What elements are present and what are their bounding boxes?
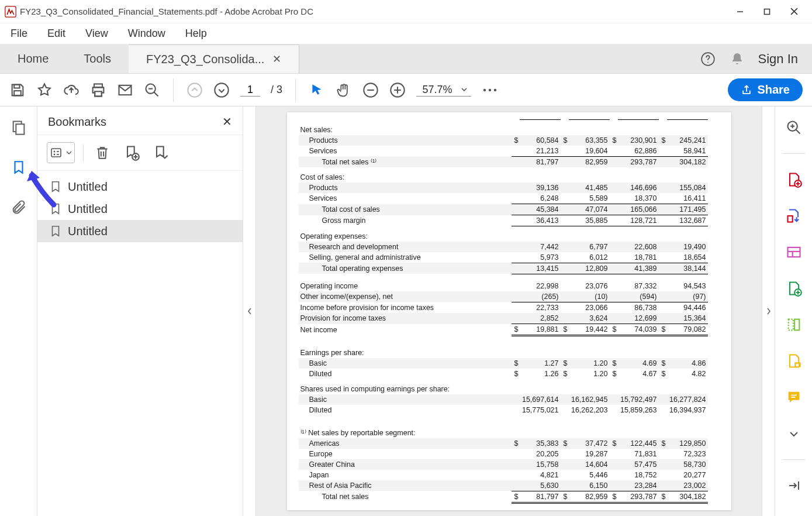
collapse-right-handle[interactable] — [762, 106, 775, 516]
svg-point-23 — [489, 88, 491, 91]
cell-value: 5,973 — [520, 252, 561, 263]
bell-icon[interactable] — [729, 51, 745, 67]
export-pdf-icon[interactable] — [783, 205, 804, 226]
menu-view[interactable]: View — [81, 25, 113, 42]
cell-value: 6,150 — [569, 480, 610, 491]
cell-value — [569, 343, 610, 358]
thumbnails-icon[interactable] — [8, 117, 29, 138]
menu-help[interactable]: Help — [181, 25, 212, 42]
cell-value — [667, 422, 708, 438]
document-viewport[interactable]: Net sales:Products$60,584$63,355$230,901… — [256, 106, 762, 516]
cell-value: 128,721 — [618, 215, 659, 226]
tab-home[interactable]: Home — [0, 44, 66, 73]
cell-value: 1.20 — [569, 358, 610, 369]
cell-value: 165,066 — [618, 204, 659, 215]
svg-point-22 — [483, 88, 486, 91]
sticky-note-icon[interactable] — [783, 387, 804, 408]
search-right-icon[interactable] — [783, 117, 804, 138]
select-tool-icon[interactable] — [309, 82, 325, 98]
bookmark-item[interactable]: Untitled — [37, 220, 243, 242]
cell-value: 79,082 — [667, 324, 708, 336]
more-icon[interactable] — [482, 82, 498, 98]
attachments-icon[interactable] — [8, 197, 29, 218]
share-button[interactable]: Share — [728, 78, 803, 101]
cell-value: 132,687 — [667, 215, 708, 226]
expand-rail-icon[interactable] — [783, 475, 804, 496]
panel-close-icon[interactable]: ✕ — [222, 115, 232, 129]
bookmark-options-icon[interactable] — [47, 142, 75, 163]
page-up-icon[interactable] — [186, 82, 203, 98]
more-tools-icon[interactable] — [783, 423, 804, 444]
svg-rect-47 — [788, 319, 793, 331]
close-button[interactable] — [780, 3, 807, 20]
cell-value: 15,792,497 — [618, 394, 659, 405]
cell-value — [667, 343, 708, 358]
cloud-upload-icon[interactable] — [63, 82, 80, 98]
star-icon[interactable] — [36, 82, 53, 98]
row-label: Earnings per share: — [299, 343, 512, 358]
cell-value — [667, 120, 708, 135]
cell-value: 15,697,614 — [520, 394, 561, 405]
right-tools-rail — [775, 106, 812, 516]
collapse-left-handle[interactable] — [243, 106, 256, 516]
edit-pdf-icon[interactable] — [783, 242, 804, 263]
svg-rect-26 — [16, 124, 24, 135]
cell-value: 7,442 — [520, 242, 561, 252]
hand-tool-icon[interactable] — [336, 82, 352, 98]
fill-sign-icon[interactable] — [783, 350, 804, 371]
email-icon[interactable] — [117, 82, 133, 98]
bookmarks-panel: Bookmarks ✕ UntitledUntitledUntitled — [37, 106, 243, 516]
svg-line-36 — [796, 130, 800, 134]
cell-value: (265) — [520, 291, 561, 302]
cell-value: 230,901 — [618, 135, 659, 146]
bookmark-item[interactable]: Untitled — [37, 198, 243, 220]
sign-in-button[interactable]: Sign In — [758, 51, 799, 67]
cell-value: 94,543 — [667, 281, 708, 291]
row-label: Basic — [299, 358, 512, 369]
cell-value: 19,881 — [520, 324, 561, 336]
expand-bookmark-icon[interactable] — [150, 142, 171, 163]
add-bookmark-icon[interactable] — [121, 142, 142, 163]
cell-value — [520, 422, 561, 438]
page-down-icon[interactable] — [213, 82, 230, 98]
row-label: Services — [299, 146, 512, 157]
minimize-button[interactable] — [727, 3, 754, 20]
page-number-input[interactable] — [240, 84, 260, 97]
cell-value: 21,213 — [520, 146, 561, 157]
help-icon[interactable] — [700, 51, 716, 67]
menu-window[interactable]: Window — [123, 25, 170, 42]
print-icon[interactable] — [90, 82, 106, 98]
cell-value: 14,604 — [569, 459, 610, 470]
row-label: Net income — [299, 324, 512, 336]
cell-value — [569, 120, 610, 135]
search-icon[interactable] — [144, 82, 160, 98]
menu-edit[interactable]: Edit — [43, 25, 70, 42]
cell-value: 23,002 — [667, 480, 708, 491]
menu-file[interactable]: File — [6, 25, 32, 42]
cell-value: 304,182 — [667, 491, 708, 503]
organize-icon[interactable] — [783, 314, 804, 335]
cell-value: 15,859,263 — [618, 405, 659, 415]
cell-value: 23,284 — [618, 480, 659, 491]
maximize-button[interactable] — [754, 3, 780, 20]
svg-rect-42 — [787, 216, 792, 222]
cell-value — [667, 226, 708, 242]
save-icon[interactable] — [9, 82, 26, 98]
cell-value: 18,781 — [618, 252, 659, 263]
cell-value: 15,758 — [520, 459, 561, 470]
delete-bookmark-icon[interactable] — [92, 142, 113, 163]
tab-close-icon[interactable]: ✕ — [272, 53, 281, 66]
cell-value — [569, 379, 610, 394]
cell-value: 82,959 — [569, 491, 610, 503]
tab-document[interactable]: FY23_Q3_Consolida... ✕ — [129, 44, 299, 73]
row-label: Income before provision for income taxes — [299, 302, 512, 314]
cell-value — [667, 379, 708, 394]
create-pdf-icon[interactable] — [783, 169, 804, 190]
bookmark-item[interactable]: Untitled — [37, 176, 243, 198]
bookmarks-icon[interactable] — [8, 157, 29, 178]
zoom-out-icon[interactable] — [362, 82, 379, 98]
zoom-in-icon[interactable] — [389, 82, 406, 98]
zoom-dropdown[interactable]: 57.7% — [416, 84, 471, 97]
comment-icon[interactable] — [783, 278, 804, 299]
tab-tools[interactable]: Tools — [66, 44, 129, 73]
